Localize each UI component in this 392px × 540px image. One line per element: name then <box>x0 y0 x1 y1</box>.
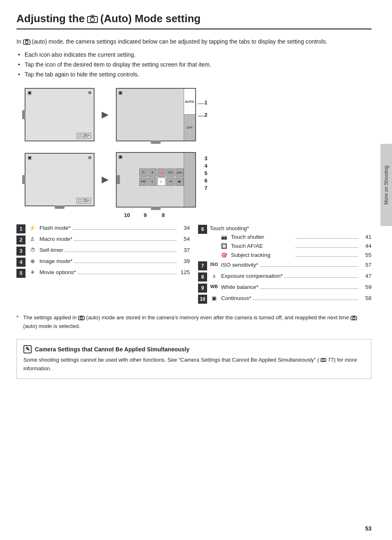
bullet-item-3: Tap the tab again to hide the setting co… <box>25 70 371 80</box>
camera-screen-top-left: ▣ ⊕ ☐ 25ʷ <box>25 88 95 141</box>
dots-8 <box>284 277 358 278</box>
sub-icon-touch-afae: 🔲 <box>221 242 231 250</box>
grid-icon-2: ⊕ <box>148 168 157 177</box>
tab-auto: AUTO <box>184 89 195 115</box>
annot-line-1 <box>198 104 204 104</box>
svg-point-7 <box>80 317 83 319</box>
item-badge-5: 5 <box>16 269 25 278</box>
item-row-5: 5 ✳ Movie options* 125 <box>16 268 190 278</box>
item-page-3: 37 <box>178 246 190 254</box>
annotated-screen-bottom: ▣ ⏱ ⊕ 🎯 ISO auto WB ± ▷ +0 ▣ <box>116 152 196 208</box>
item-inner-10: Continuous* 58 <box>221 294 371 302</box>
title-bar: Adjusting the (Auto) Mode setting <box>16 12 371 30</box>
item-badge-1: 1 <box>16 224 25 233</box>
sidebar-tab: More on Shooting <box>380 144 392 226</box>
svg-point-10 <box>353 317 355 319</box>
bottom-btn-2 <box>151 207 161 210</box>
item-label-3: Self-timer <box>39 246 63 254</box>
item-row-8: 8 ± Exposure compensation* 47 <box>198 272 371 282</box>
item-inner-3: Self-timer 37 <box>39 246 190 254</box>
item-inner-9: White balance* 59 <box>221 283 371 291</box>
title-text-after: (Auto) Mode setting <box>100 12 201 25</box>
camera-icon-note <box>321 358 326 362</box>
note-box-heading: Camera Settings that Cannot Be Applied S… <box>35 346 189 353</box>
diagram-bottom-row: ▣ ⊕ ☐ 25ʷ ► ▣ ⏱ ⊕ <box>25 152 196 208</box>
grid-icon-6: WB <box>139 178 148 186</box>
item-badge-7: 7 <box>198 261 207 270</box>
annot-screen-tl-icon: ▣ <box>118 90 122 95</box>
item-row-9: 9 WB White balance* 59 <box>198 283 371 293</box>
title-text-before: Adjusting the <box>16 12 85 25</box>
sub-item-subject-tracking: 🎯 Subject tracking 55 <box>210 251 371 260</box>
item-icon-1: ⚡ <box>28 224 37 232</box>
diagram-left-column: ▣ ⊕ ☐ 25ʷ ► ▣ AUTO OFF <box>25 88 196 208</box>
footnote-content: The settings applied in (auto) mode are … <box>23 314 371 331</box>
item-inner-5: Movie options* 125 <box>39 268 190 277</box>
sub-item-touch-shutter: 📷 Touch shutter 41 <box>210 233 371 242</box>
item-page-7: 57 <box>360 261 371 269</box>
item-label-8: Exposure compensation* <box>221 272 283 280</box>
grid-icon-5: auto <box>175 168 184 177</box>
page-title: Adjusting the (Auto) Mode setting <box>16 12 371 25</box>
svg-point-13 <box>323 359 325 361</box>
item-6-content: Touch shooting* 📷 Touch shutter 41 🔲 Tou… <box>210 224 371 259</box>
grid-icon-9: +0 <box>166 178 175 186</box>
annot-num-1: 1 <box>204 99 207 106</box>
footnote-text: * The settings applied in (auto) mode ar… <box>16 314 371 331</box>
grid-icon-8: ▷ <box>157 178 166 186</box>
diagram-top-row: ▣ ⊕ ☐ 25ʷ ► ▣ AUTO OFF <box>25 88 196 141</box>
dots-6c <box>295 256 358 257</box>
screen-bottom-btn <box>151 141 161 144</box>
annot-num-2: 2 <box>204 112 207 118</box>
item-icon-8: ± <box>210 272 219 280</box>
item-label-10: Continuous* <box>221 294 251 302</box>
camera-icon-footnote <box>78 316 85 321</box>
sidebar-tab-label: More on Shooting <box>383 166 389 205</box>
item-label-5: Movie options* <box>39 268 76 277</box>
item-row-2: 2 ♙ Macro mode* 54 <box>16 235 190 245</box>
item-row-10: 10 ▣ Continuous* 58 <box>198 294 371 304</box>
tab-off: OFF <box>184 115 195 141</box>
annot-num-3: 3 <box>204 155 207 162</box>
sub-item-touch-afae: 🔲 Touch AF/AE 44 <box>210 242 371 251</box>
dots-5 <box>78 274 177 274</box>
item-badge-9: 9 <box>198 284 207 293</box>
sub-label-touch-shutter: Touch shutter <box>231 233 294 242</box>
dots-1 <box>72 229 177 230</box>
arrow-right-bottom: ► <box>99 173 111 186</box>
dots-4 <box>74 263 177 263</box>
note-box: ✎ Camera Settings that Cannot Be Applied… <box>16 339 371 379</box>
item-icon-5: ✳ <box>28 268 37 277</box>
item-icon-3: ⏱ <box>28 246 37 254</box>
left-btn-2 <box>117 175 120 184</box>
sub-label-touch-afae: Touch AF/AE <box>231 242 294 251</box>
camera-icon-title <box>87 15 98 23</box>
annot-num-9: 9 <box>144 212 147 218</box>
camera-icon-intro <box>23 39 30 45</box>
grid-icon-3: 🎯 <box>157 168 166 177</box>
item-page-4: 39 <box>178 257 190 265</box>
item-page-10: 58 <box>360 294 371 302</box>
item-row-3: 3 ⏱ Self-timer 37 <box>16 246 190 256</box>
item-row-6: 6 Touch shooting* 📷 Touch shutter 41 🔲 T… <box>198 224 371 259</box>
bullet-item-1: Each icon also indicates the current set… <box>25 50 371 60</box>
annotated-screen-bottom-wrapper: ▣ ⏱ ⊕ 🎯 ISO auto WB ± ▷ +0 ▣ <box>116 152 196 208</box>
item-icon-9: WB <box>210 283 219 290</box>
dots-6a <box>295 238 358 239</box>
item-row-1: 1 ⚡ Flash mode* 34 <box>16 224 190 233</box>
dots-6b <box>295 247 358 248</box>
right-tabs-panel: AUTO OFF <box>184 89 195 141</box>
sub-page-touch-afae: 44 <box>360 242 371 251</box>
screen2-icon-tl: ▣ <box>28 155 32 160</box>
diagram-section: ▣ ⊕ ☐ 25ʷ ► ▣ AUTO OFF <box>16 88 371 208</box>
grid-icon-10: ▣ <box>175 178 184 186</box>
intro-paragraph: In (auto) mode, the camera settings indi… <box>16 37 371 46</box>
right-panel-2 <box>184 153 195 207</box>
annot-line-2 <box>198 116 204 116</box>
dots-7 <box>260 266 358 267</box>
items-table-right: 6 Touch shooting* 📷 Touch shutter 41 🔲 T… <box>198 224 371 305</box>
item-inner-4: Image mode* 39 <box>39 257 190 265</box>
screen2-bottom-btn <box>55 205 65 209</box>
item-badge-3: 3 <box>16 247 25 256</box>
annot-num-7: 7 <box>204 185 207 191</box>
